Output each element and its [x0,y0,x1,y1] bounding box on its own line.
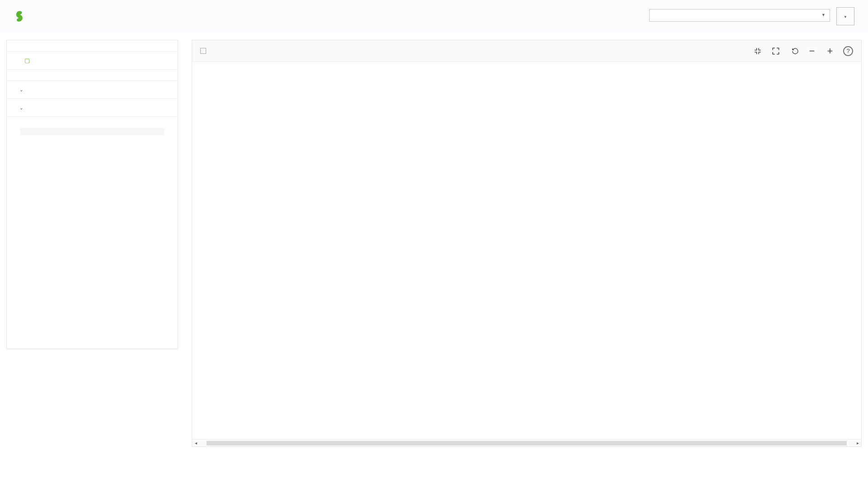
rotate-button[interactable] [789,47,799,55]
sidebar-section-lcia[interactable]: ⌄ [7,81,178,99]
import-button[interactable] [20,128,164,135]
import-dropzone[interactable] [7,117,178,145]
scroll-thumb[interactable] [207,441,847,445]
show-sankey-checkbox[interactable] [200,48,206,54]
scroll-left-icon[interactable]: ◂ [192,440,199,445]
caret-down-icon: ▼ [844,15,847,19]
project-icon: ▢ [24,57,30,64]
expand-icon[interactable] [771,46,781,56]
sidebar-projects-header[interactable] [7,40,178,52]
sidebar-export[interactable] [7,70,178,81]
scroll-right-icon[interactable]: ▸ [854,440,861,445]
main-panel: − + ? ◂ ▸ [192,40,862,447]
sidebar-project-root[interactable]: ▢ [7,52,178,70]
help-icon[interactable]: ? [843,46,853,56]
app-header: ▼ [0,0,868,33]
org-select[interactable] [649,9,830,22]
horizontal-scrollbar[interactable]: ◂ ▸ [192,439,861,446]
chevron-down-icon: ⌄ [19,105,23,110]
zoom-out-button[interactable]: − [807,46,817,56]
canvas-toolbar: − + ? [192,40,861,62]
app-logo-icon [14,10,26,23]
user-avatar-menu[interactable]: ▼ [836,7,854,25]
sidebar-section-data-mgmt[interactable]: ⌄ [7,99,178,117]
sidebar: ▢ ⌄ ⌄ [6,40,178,349]
collapse-icon[interactable] [753,46,763,56]
zoom-in-button[interactable]: + [825,46,835,56]
canvas[interactable] [192,62,861,439]
chevron-down-icon: ⌄ [19,87,23,92]
